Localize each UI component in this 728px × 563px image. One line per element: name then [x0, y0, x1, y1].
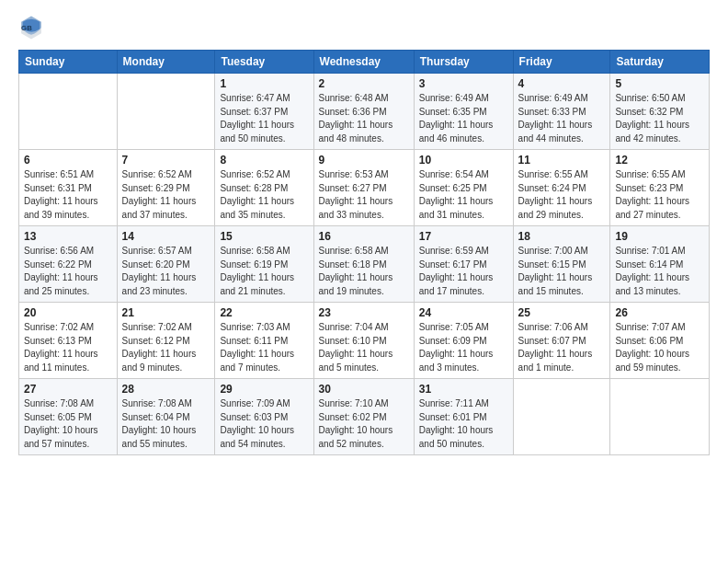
calendar-cell: 13Sunrise: 6:56 AMSunset: 6:22 PMDayligh…	[19, 226, 118, 303]
page: GB SundayMondayTuesdayWednesdayThursdayF…	[0, 0, 728, 563]
calendar-cell: 10Sunrise: 6:54 AMSunset: 6:25 PMDayligh…	[414, 150, 513, 226]
day-info: Sunrise: 7:01 AMSunset: 6:14 PMDaylight:…	[615, 245, 704, 298]
calendar-week-4: 20Sunrise: 7:02 AMSunset: 6:13 PMDayligh…	[19, 303, 710, 379]
day-info: Sunrise: 6:49 AMSunset: 6:33 PMDaylight:…	[518, 92, 606, 145]
day-info: Sunrise: 7:05 AMSunset: 6:09 PMDaylight:…	[419, 321, 508, 374]
day-number: 4	[518, 77, 606, 90]
day-info: Sunrise: 7:06 AMSunset: 6:07 PMDaylight:…	[518, 321, 606, 374]
day-info: Sunrise: 6:52 AMSunset: 6:28 PMDaylight:…	[220, 168, 308, 222]
day-number: 30	[319, 383, 409, 396]
calendar-cell: 18Sunrise: 7:00 AMSunset: 6:15 PMDayligh…	[513, 226, 610, 303]
day-number: 14	[122, 230, 210, 243]
day-info: Sunrise: 7:02 AMSunset: 6:12 PMDaylight:…	[122, 321, 210, 374]
day-number: 25	[518, 306, 606, 319]
calendar-cell: 21Sunrise: 7:02 AMSunset: 6:12 PMDayligh…	[117, 303, 215, 379]
calendar-cell: 20Sunrise: 7:02 AMSunset: 6:13 PMDayligh…	[19, 303, 118, 379]
calendar-table: SundayMondayTuesdayWednesdayThursdayFrid…	[18, 50, 710, 455]
day-number: 16	[319, 230, 409, 243]
calendar-cell: 19Sunrise: 7:01 AMSunset: 6:14 PMDayligh…	[610, 226, 710, 303]
calendar-cell: 8Sunrise: 6:52 AMSunset: 6:28 PMDaylight…	[215, 150, 313, 226]
day-info: Sunrise: 6:53 AMSunset: 6:27 PMDaylight:…	[319, 168, 409, 222]
calendar-week-3: 13Sunrise: 6:56 AMSunset: 6:22 PMDayligh…	[19, 226, 710, 303]
day-info: Sunrise: 6:48 AMSunset: 6:36 PMDaylight:…	[319, 92, 409, 145]
day-number: 28	[122, 383, 210, 396]
day-number: 29	[220, 383, 308, 396]
calendar-cell: 4Sunrise: 6:49 AMSunset: 6:33 PMDaylight…	[513, 74, 610, 150]
day-number: 1	[220, 77, 308, 90]
day-info: Sunrise: 6:50 AMSunset: 6:32 PMDaylight:…	[615, 92, 704, 145]
day-number: 22	[220, 306, 308, 319]
day-info: Sunrise: 6:52 AMSunset: 6:29 PMDaylight:…	[122, 168, 210, 222]
day-info: Sunrise: 6:47 AMSunset: 6:37 PMDaylight:…	[220, 92, 308, 145]
day-number: 26	[615, 306, 704, 319]
calendar-cell: 27Sunrise: 7:08 AMSunset: 6:05 PMDayligh…	[19, 379, 118, 455]
svg-text:GB: GB	[21, 24, 32, 32]
calendar-week-2: 6Sunrise: 6:51 AMSunset: 6:31 PMDaylight…	[19, 150, 710, 226]
weekday-header-row: SundayMondayTuesdayWednesdayThursdayFrid…	[19, 51, 710, 74]
day-number: 24	[419, 306, 508, 319]
day-number: 13	[24, 230, 112, 243]
calendar-cell	[19, 74, 118, 150]
day-number: 17	[419, 230, 508, 243]
weekday-header-saturday: Saturday	[610, 51, 710, 74]
header: GB	[18, 15, 710, 40]
day-number: 8	[220, 154, 308, 167]
calendar-cell: 31Sunrise: 7:11 AMSunset: 6:01 PMDayligh…	[414, 379, 513, 455]
calendar-cell: 23Sunrise: 7:04 AMSunset: 6:10 PMDayligh…	[313, 303, 414, 379]
weekday-header-tuesday: Tuesday	[215, 51, 313, 74]
day-info: Sunrise: 6:55 AMSunset: 6:24 PMDaylight:…	[518, 168, 606, 222]
calendar-cell: 24Sunrise: 7:05 AMSunset: 6:09 PMDayligh…	[414, 303, 513, 379]
calendar-cell: 26Sunrise: 7:07 AMSunset: 6:06 PMDayligh…	[610, 303, 710, 379]
day-number: 6	[24, 154, 112, 167]
day-info: Sunrise: 7:08 AMSunset: 6:04 PMDaylight:…	[122, 397, 210, 451]
day-info: Sunrise: 6:59 AMSunset: 6:17 PMDaylight:…	[419, 245, 508, 298]
weekday-header-sunday: Sunday	[19, 51, 118, 74]
day-info: Sunrise: 7:02 AMSunset: 6:13 PMDaylight:…	[24, 321, 112, 374]
calendar-cell: 2Sunrise: 6:48 AMSunset: 6:36 PMDaylight…	[313, 74, 414, 150]
day-number: 27	[24, 383, 112, 396]
day-number: 2	[319, 77, 409, 90]
day-number: 15	[220, 230, 308, 243]
day-number: 5	[615, 77, 704, 90]
weekday-header-wednesday: Wednesday	[313, 51, 414, 74]
day-info: Sunrise: 6:58 AMSunset: 6:18 PMDaylight:…	[319, 245, 409, 298]
day-number: 11	[518, 154, 606, 167]
calendar-cell: 22Sunrise: 7:03 AMSunset: 6:11 PMDayligh…	[215, 303, 313, 379]
day-info: Sunrise: 7:03 AMSunset: 6:11 PMDaylight:…	[220, 321, 308, 374]
calendar-cell: 16Sunrise: 6:58 AMSunset: 6:18 PMDayligh…	[313, 226, 414, 303]
day-number: 12	[615, 154, 704, 167]
day-info: Sunrise: 7:00 AMSunset: 6:15 PMDaylight:…	[518, 245, 606, 298]
day-info: Sunrise: 6:57 AMSunset: 6:20 PMDaylight:…	[122, 245, 210, 298]
calendar-cell: 12Sunrise: 6:55 AMSunset: 6:23 PMDayligh…	[610, 150, 710, 226]
calendar-cell: 5Sunrise: 6:50 AMSunset: 6:32 PMDaylight…	[610, 74, 710, 150]
calendar-cell: 30Sunrise: 7:10 AMSunset: 6:02 PMDayligh…	[313, 379, 414, 455]
day-number: 3	[419, 77, 508, 90]
day-number: 23	[319, 306, 409, 319]
calendar-cell: 3Sunrise: 6:49 AMSunset: 6:35 PMDaylight…	[414, 74, 513, 150]
day-info: Sunrise: 6:49 AMSunset: 6:35 PMDaylight:…	[419, 92, 508, 145]
day-number: 19	[615, 230, 704, 243]
calendar-cell: 14Sunrise: 6:57 AMSunset: 6:20 PMDayligh…	[117, 226, 215, 303]
day-info: Sunrise: 7:04 AMSunset: 6:10 PMDaylight:…	[319, 321, 409, 374]
calendar-cell: 29Sunrise: 7:09 AMSunset: 6:03 PMDayligh…	[215, 379, 313, 455]
calendar-cell: 6Sunrise: 6:51 AMSunset: 6:31 PMDaylight…	[19, 150, 118, 226]
day-info: Sunrise: 7:11 AMSunset: 6:01 PMDaylight:…	[419, 397, 508, 451]
logo-icon: GB	[18, 15, 44, 40]
day-info: Sunrise: 6:56 AMSunset: 6:22 PMDaylight:…	[24, 245, 112, 298]
day-info: Sunrise: 6:51 AMSunset: 6:31 PMDaylight:…	[24, 168, 112, 222]
day-info: Sunrise: 7:09 AMSunset: 6:03 PMDaylight:…	[220, 397, 308, 451]
weekday-header-thursday: Thursday	[414, 51, 513, 74]
calendar-week-1: 1Sunrise: 6:47 AMSunset: 6:37 PMDaylight…	[19, 74, 710, 150]
day-info: Sunrise: 6:58 AMSunset: 6:19 PMDaylight:…	[220, 245, 308, 298]
calendar-cell	[610, 379, 710, 455]
calendar-cell: 9Sunrise: 6:53 AMSunset: 6:27 PMDaylight…	[313, 150, 414, 226]
day-number: 9	[319, 154, 409, 167]
calendar-cell: 7Sunrise: 6:52 AMSunset: 6:29 PMDaylight…	[117, 150, 215, 226]
day-number: 21	[122, 306, 210, 319]
weekday-header-monday: Monday	[117, 51, 215, 74]
calendar-cell: 17Sunrise: 6:59 AMSunset: 6:17 PMDayligh…	[414, 226, 513, 303]
weekday-header-friday: Friday	[513, 51, 610, 74]
day-number: 20	[24, 306, 112, 319]
day-info: Sunrise: 7:08 AMSunset: 6:05 PMDaylight:…	[24, 397, 112, 451]
day-info: Sunrise: 7:07 AMSunset: 6:06 PMDaylight:…	[615, 321, 704, 374]
